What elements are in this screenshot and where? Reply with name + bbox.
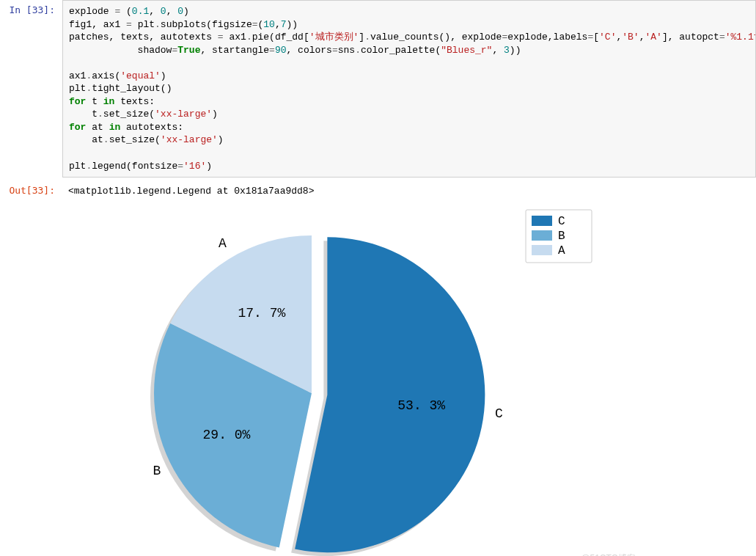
slice-label-a: A: [219, 236, 227, 251]
legend: C B A: [526, 210, 592, 263]
input-prompt: In [33]:: [0, 0, 62, 178]
pct-label-a: 17. 7%: [238, 306, 286, 321]
output-prompt: Out[33]:: [0, 180, 62, 202]
svg-rect-1: [532, 216, 552, 226]
svg-rect-2: [532, 230, 552, 241]
pct-label-b: 29. 0%: [203, 428, 251, 442]
legend-item-b: B: [558, 230, 565, 243]
slice-label-b: B: [153, 464, 161, 478]
pie-chart: C B A 53. 3% 29. 0% 17. 7% C B A @51CTO博…: [62, 202, 642, 556]
code-source[interactable]: explode = (0.1, 0, 0) fig1, ax1 = plt.su…: [62, 0, 756, 178]
output-text: <matplotlib.legend.Legend at 0x181a7aa9d…: [62, 180, 756, 202]
svg-rect-3: [532, 245, 552, 255]
slice-label-c: C: [495, 406, 503, 421]
legend-item-c: C: [558, 215, 565, 228]
pie-svg: C B A 53. 3% 29. 0% 17. 7% C B A: [62, 202, 642, 556]
input-cell: In [33]: explode = (0.1, 0, 0) fig1, ax1…: [0, 0, 756, 178]
watermark: @51CTO博客 CSDN @hwwaizs: [566, 552, 636, 556]
output-cell: Out[33]: <matplotlib.legend.Legend at 0x…: [0, 180, 756, 202]
pct-label-c: 53. 3%: [397, 398, 445, 412]
legend-item-a: A: [558, 244, 565, 257]
pie-slice-c: [295, 237, 485, 552]
